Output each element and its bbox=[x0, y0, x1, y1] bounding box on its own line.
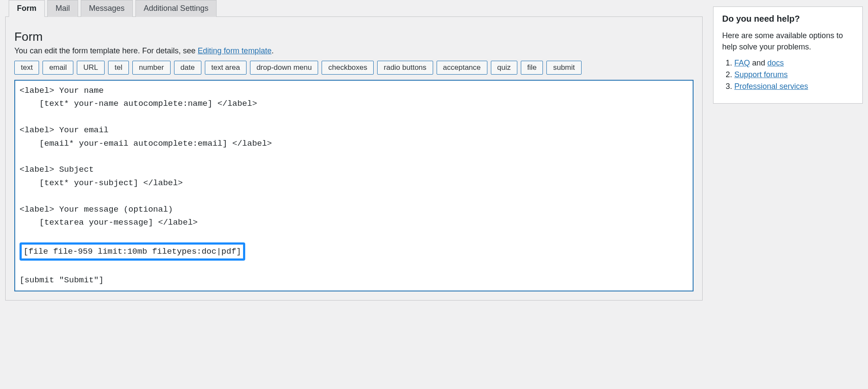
tag-btn-radio-buttons[interactable]: radio buttons bbox=[377, 61, 433, 75]
tag-btn-quiz[interactable]: quiz bbox=[491, 61, 517, 75]
tag-btn-file[interactable]: file bbox=[521, 61, 543, 75]
tabs: FormMailMessagesAdditional Settings bbox=[9, 0, 703, 17]
form-panel: Form You can edit the form template here… bbox=[5, 16, 703, 301]
help-item-support-forums: Support forums bbox=[734, 70, 854, 79]
tab-mail[interactable]: Mail bbox=[47, 0, 78, 17]
tag-btn-email[interactable]: email bbox=[43, 61, 73, 75]
help-title: Do you need help? bbox=[722, 14, 854, 24]
tab-messages[interactable]: Messages bbox=[81, 0, 133, 17]
tag-btn-tel[interactable]: tel bbox=[108, 61, 129, 75]
panel-description: You can edit the form template here. For… bbox=[14, 46, 694, 56]
tag-btn-submit[interactable]: submit bbox=[546, 61, 581, 75]
professional-services-link[interactable]: Professional services bbox=[734, 82, 808, 91]
edit-template-link[interactable]: Editing form template bbox=[198, 46, 272, 55]
form-template-editor[interactable]: <label> Your name [text* your-name autoc… bbox=[14, 80, 694, 291]
help-item-faq-docs: FAQ and docs bbox=[734, 59, 854, 68]
help-list: FAQ and docs Support forums Professional… bbox=[722, 59, 854, 91]
tag-button-row: textemailURLtelnumberdatetext areadrop-d… bbox=[14, 61, 694, 75]
panel-title: Form bbox=[14, 30, 694, 44]
tag-btn-url[interactable]: URL bbox=[77, 61, 105, 75]
tag-btn-date[interactable]: date bbox=[174, 61, 201, 75]
tag-btn-text-area[interactable]: text area bbox=[205, 61, 247, 75]
support-forums-link[interactable]: Support forums bbox=[734, 70, 788, 79]
tab-additional-settings[interactable]: Additional Settings bbox=[135, 0, 217, 17]
help-box: Do you need help? Here are some availabl… bbox=[713, 7, 863, 104]
tab-form[interactable]: Form bbox=[9, 0, 45, 17]
tag-btn-acceptance[interactable]: acceptance bbox=[437, 61, 487, 75]
tag-btn-drop-down-menu[interactable]: drop-down menu bbox=[250, 61, 319, 75]
docs-link[interactable]: docs bbox=[767, 59, 784, 67]
tag-btn-number[interactable]: number bbox=[132, 61, 171, 75]
highlighted-line: [file file-959 limit:10mb filetypes:doc|… bbox=[20, 242, 245, 261]
tag-btn-text[interactable]: text bbox=[14, 61, 39, 75]
help-item-professional-services: Professional services bbox=[734, 82, 854, 91]
tag-btn-checkboxes[interactable]: checkboxes bbox=[322, 61, 374, 75]
faq-link[interactable]: FAQ bbox=[734, 59, 750, 67]
help-intro: Here are some available options to help … bbox=[722, 30, 854, 52]
